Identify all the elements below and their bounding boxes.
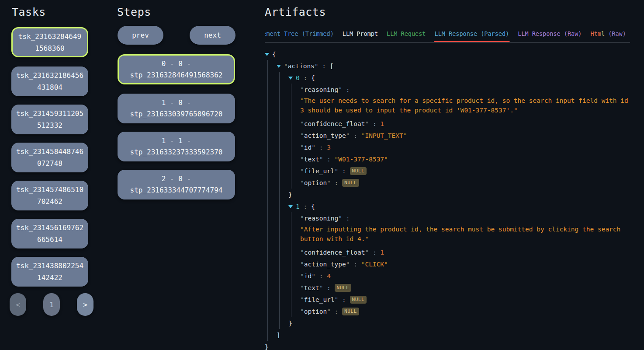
json-children: "actions" : [0 : {"reasoning" : "The use…	[267, 60, 630, 341]
task-button[interactable]: tsk_231459311205512332	[11, 105, 88, 134]
tab-element-tree-trimmed[interactable]: Element Tree (Trimmed)	[265, 30, 334, 38]
json-row: "confidence_float" : 1	[300, 246, 630, 258]
json-row: "text" : NULL	[300, 282, 630, 294]
task-list: tsk_231632846491568360tsk_23163218645643…	[11, 27, 88, 287]
next-button[interactable]: next	[190, 26, 235, 45]
json-row: "id" : 4	[300, 270, 630, 282]
pagination: < 1 >	[10, 293, 93, 316]
step-nav: prev next	[118, 26, 235, 45]
json-row: 0 : {	[288, 72, 630, 84]
task-button[interactable]: tsk_231438802254142422	[11, 257, 88, 287]
json-string-value: "After inputting the product id, the sea…	[300, 224, 630, 244]
page-number-button[interactable]: 1	[43, 293, 60, 316]
artifacts-panel: Artifacts Element Tree (Trimmed)LLM Prom…	[265, 0, 630, 350]
collapse-toggle-icon[interactable]	[265, 53, 269, 56]
steps-panel: Steps prev next 0 - 0 - stp_231632846491…	[118, 0, 235, 208]
tab-bar: Element Tree (Trimmed)LLM PromptLLM Requ…	[265, 30, 630, 43]
tab-llm-response-raw[interactable]: LLM Response (Raw)	[518, 30, 582, 38]
collapse-toggle-icon[interactable]	[277, 65, 281, 68]
page-next-button[interactable]: >	[77, 293, 93, 316]
json-string-value: "The user needs to search for a specific…	[300, 96, 630, 115]
json-row: 1 : {	[288, 200, 630, 212]
json-row: }	[288, 189, 630, 200]
json-row: "text" : "W01-377-8537"	[300, 153, 630, 165]
json-row: "confidence_float" : 1	[300, 118, 630, 130]
task-button[interactable]: tsk_231456169762665614	[11, 219, 88, 248]
json-row: }	[265, 341, 630, 350]
tab-llm-response-parsed[interactable]: LLM Response (Parsed)	[435, 30, 509, 38]
tasks-panel: Tasks tsk_231632846491568360tsk_23163218…	[11, 0, 88, 295]
collapse-toggle-icon[interactable]	[288, 77, 293, 80]
json-row: "file_url" : NULL	[300, 165, 630, 177]
json-viewer: {"actions" : [0 : {"reasoning" : "The us…	[265, 48, 630, 350]
task-button[interactable]: tsk_231458448746072748	[11, 143, 88, 172]
json-row: "option" : NULL	[300, 305, 630, 317]
app: { "tasks": { "title": "Tasks", "items": …	[0, 0, 644, 350]
json-node: "actions" : [0 : {"reasoning" : "The use…	[277, 60, 630, 341]
json-children: "reasoning" : "After inputting the produ…	[291, 212, 630, 317]
collapse-toggle-icon[interactable]	[288, 205, 293, 208]
step-button[interactable]: 2 - 0 - stp_231633344707774794	[118, 170, 235, 200]
json-children: 0 : {"reasoning" : "The user needs to se…	[279, 72, 630, 329]
step-button[interactable]: 1 - 0 - stp_231633039765096720	[118, 94, 235, 123]
json-row: "action_type" : "INPUT_TEXT"	[300, 130, 630, 141]
tab-llm-prompt[interactable]: LLM Prompt	[343, 30, 378, 38]
artifacts-title: Artifacts	[265, 6, 630, 18]
json-children: "reasoning" : "The user needs to search …	[291, 84, 630, 189]
step-list: 0 - 0 - stp_2316328464915683621 - 0 - st…	[118, 54, 235, 200]
json-row: "action_type" : "CLICK"	[300, 258, 630, 270]
tab-html-raw[interactable]: Html (Raw)	[591, 30, 626, 38]
json-row: "actions" : [	[277, 60, 630, 72]
json-row: "option" : NULL	[300, 177, 630, 189]
json-row: }	[288, 317, 630, 329]
json-row: "reasoning" : "The user needs to search …	[300, 84, 630, 115]
json-row: "reasoning" :	[300, 212, 630, 224]
step-button[interactable]: 1 - 1 - stp_231633237333592370	[118, 132, 235, 161]
task-button[interactable]: tsk_231457486510702462	[11, 181, 88, 210]
json-row: "file_url" : NULL	[300, 294, 630, 305]
json-row: "id" : 3	[300, 141, 630, 153]
tasks-title: Tasks	[12, 6, 88, 18]
tab-llm-request[interactable]: LLM Request	[387, 30, 426, 38]
task-button[interactable]: tsk_231632186456431804	[11, 66, 88, 96]
steps-title: Steps	[117, 6, 235, 18]
json-node: 0 : {"reasoning" : "The user needs to se…	[288, 72, 630, 200]
json-node: 1 : {"reasoning" : "After inputting the …	[288, 200, 630, 329]
json-row: ]	[277, 329, 630, 341]
json-node: {"actions" : [0 : {"reasoning" : "The us…	[265, 48, 630, 350]
prev-button[interactable]: prev	[118, 26, 163, 45]
json-row: "reasoning" : "After inputting the produ…	[300, 212, 630, 244]
step-button[interactable]: 0 - 0 - stp_231632846491568362	[118, 54, 235, 84]
json-row: {	[265, 48, 630, 60]
page-prev-button[interactable]: <	[10, 293, 26, 316]
json-row: "reasoning" :	[300, 84, 630, 95]
task-button[interactable]: tsk_231632846491568360	[11, 27, 88, 57]
